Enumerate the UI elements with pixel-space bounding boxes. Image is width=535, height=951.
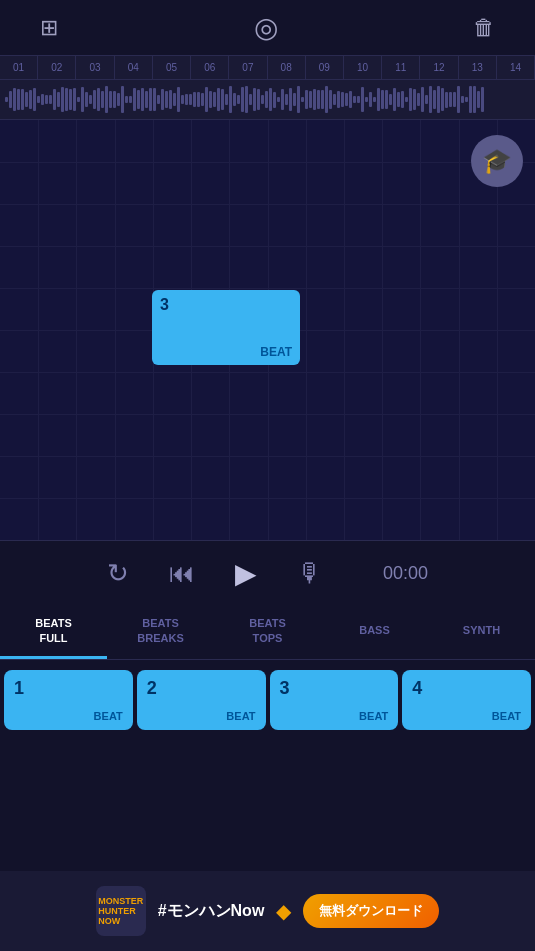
waveform-bar — [29, 90, 32, 109]
delete-icon[interactable]: 🗑 — [473, 15, 495, 41]
grid-row-line — [0, 162, 535, 163]
waveform-bar — [169, 90, 172, 109]
beat-block-number: 3 — [160, 296, 292, 314]
waveform-bar — [305, 90, 308, 109]
grid-icon[interactable]: ⊞ — [40, 15, 58, 41]
waveform-bar — [365, 97, 368, 102]
grid-row-line — [0, 246, 535, 247]
waveform-bar — [89, 95, 92, 104]
waveform-bar — [209, 91, 212, 107]
waveform-bar — [457, 86, 460, 112]
beat-pad-4[interactable]: 4 BEAT — [402, 670, 531, 730]
waveform-bar — [405, 97, 408, 102]
waveform-bar — [165, 91, 168, 108]
tab-beats-full[interactable]: BEATS FULL — [0, 605, 107, 659]
loop-icon[interactable]: ↻ — [107, 558, 129, 589]
waveform-bar — [97, 88, 100, 111]
beat-pad-number: 3 — [280, 678, 389, 699]
waveform-bar — [41, 94, 44, 106]
waveform-bar — [45, 95, 48, 103]
waveform-bar — [441, 88, 444, 110]
waveform-bar — [289, 88, 292, 111]
beat-pad-3[interactable]: 3 BEAT — [270, 670, 399, 730]
beat-block[interactable]: 3 BEAT — [152, 290, 300, 365]
waveform-bar — [93, 90, 96, 108]
waveform-bar — [389, 94, 392, 106]
waveform-bar — [245, 86, 248, 114]
record-icon[interactable]: ◎ — [254, 11, 278, 44]
waveform-bar — [421, 87, 424, 112]
mic-icon[interactable]: 🎙 — [297, 558, 323, 589]
waveform-bar — [473, 86, 476, 112]
waveform-bar — [21, 89, 24, 110]
tab-synth[interactable]: SYNTH — [428, 605, 535, 659]
waveform-bar — [261, 95, 264, 105]
beat-pad-2[interactable]: 2 BEAT — [137, 670, 266, 730]
waveform-bar — [337, 91, 340, 108]
grid-area[interactable]: 3 BEAT 🎓 — [0, 120, 535, 540]
waveform-bar — [13, 88, 16, 111]
grid-row-line — [0, 288, 535, 289]
waveform-bar — [133, 88, 136, 112]
play-icon[interactable]: ▶ — [235, 557, 257, 590]
skip-back-icon[interactable]: ⏮ — [169, 558, 195, 589]
tab-beats-tops[interactable]: BEATS TOPS — [214, 605, 321, 659]
waveform-bar — [153, 88, 156, 111]
waveform-bar — [321, 90, 324, 109]
waveform-bar — [37, 96, 40, 103]
waveform-bar — [269, 88, 272, 110]
waveform-bar — [481, 87, 484, 112]
waveform-bar — [325, 86, 328, 112]
ruler-cell: 06 — [191, 56, 229, 79]
waveform-bar — [49, 95, 52, 103]
waveform-bar — [137, 90, 140, 108]
waveform-bar — [345, 93, 348, 106]
beat-pad-label: BEAT — [280, 710, 389, 722]
ruler-cell: 08 — [268, 56, 306, 79]
waveform-bar — [409, 88, 412, 110]
waveform-bar — [201, 93, 204, 106]
waveform-bar — [361, 87, 364, 112]
waveform-bar — [141, 88, 144, 110]
beat-pads: 1 BEAT 2 BEAT 3 BEAT 4 BEAT — [0, 660, 535, 740]
waveform-bar — [17, 89, 20, 111]
waveform-bar — [329, 90, 332, 110]
beat-block-label: BEAT — [160, 345, 292, 359]
waveform-bar — [277, 97, 280, 101]
ruler-cell: 02 — [38, 56, 76, 79]
beat-pad-label: BEAT — [412, 710, 521, 722]
waveform-bar — [341, 92, 344, 107]
ruler-cell: 12 — [420, 56, 458, 79]
transport-time: 00:00 — [383, 563, 428, 584]
waveform-bar — [257, 89, 260, 110]
grid-row-line — [0, 456, 535, 457]
waveform-bar — [425, 95, 428, 104]
waveform-bar — [25, 92, 28, 107]
waveform-bar — [149, 88, 152, 111]
waveform-bar — [413, 89, 416, 110]
beat-pad-number: 1 — [14, 678, 123, 699]
grid-row-line — [0, 498, 535, 499]
waveform-bar — [189, 94, 192, 106]
ruler-cell: 05 — [153, 56, 191, 79]
beat-pad-1[interactable]: 1 BEAT — [4, 670, 133, 730]
waveform-bar — [213, 92, 216, 108]
waveform-bar — [437, 86, 440, 113]
waveform-bar — [233, 93, 236, 106]
waveform-bar — [117, 93, 120, 107]
ruler-cell: 01 — [0, 56, 38, 79]
waveform-bar — [301, 97, 304, 101]
waveform-bar — [393, 88, 396, 110]
waveform-bar — [101, 91, 104, 109]
waveform-bar — [217, 88, 220, 111]
category-tabs: BEATS FULLBEATS BREAKSBEATS TOPSBASSSYNT… — [0, 605, 535, 660]
waveform-bar — [453, 92, 456, 107]
waveform-bar — [313, 89, 316, 111]
tutorial-button[interactable]: 🎓 — [471, 135, 523, 187]
ad-download-button[interactable]: 無料ダウンロード — [303, 894, 439, 928]
waveform-bar — [221, 89, 224, 110]
tab-bass[interactable]: BASS — [321, 605, 428, 659]
tab-beats-breaks[interactable]: BEATS BREAKS — [107, 605, 214, 659]
waveform-bar — [373, 97, 376, 101]
ruler-cell: 11 — [382, 56, 420, 79]
